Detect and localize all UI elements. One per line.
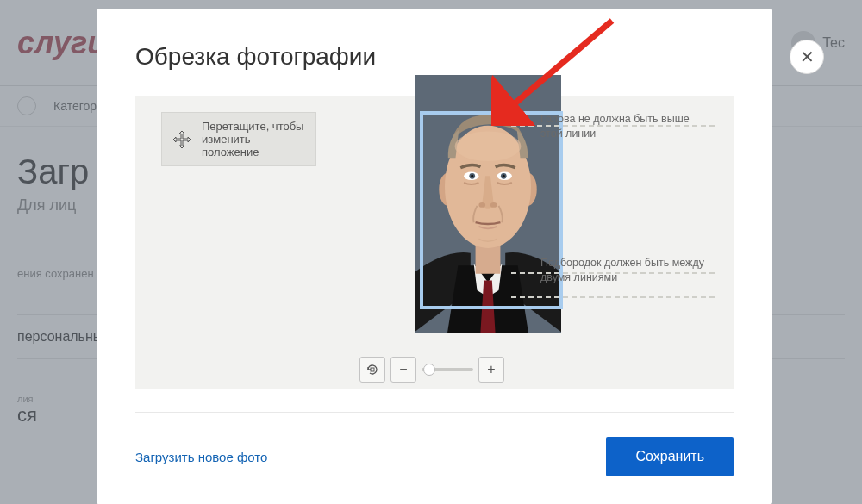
drag-hint-text: Перетащите, чтобы изменить положение	[202, 120, 305, 159]
portrait-photo[interactable]	[415, 75, 561, 333]
zoom-slider[interactable]	[422, 368, 473, 371]
guide-line-top	[511, 125, 715, 127]
close-button[interactable]: ✕	[790, 40, 824, 74]
svg-point-13	[490, 202, 497, 208]
photo-stage[interactable]	[359, 101, 627, 376]
minus-icon: −	[399, 362, 407, 377]
save-button[interactable]: Сохранить	[606, 437, 734, 476]
upload-new-link[interactable]: Загрузить новое фото	[135, 450, 267, 464]
drag-hint-badge: Перетащите, чтобы изменить положение	[161, 112, 316, 166]
svg-point-5	[455, 131, 522, 161]
zoom-controls: − +	[359, 357, 504, 383]
modal-footer: Загрузить новое фото Сохранить	[135, 412, 734, 476]
slider-thumb[interactable]	[423, 364, 435, 376]
plus-icon: +	[487, 362, 495, 377]
modal-overlay[interactable]: ✕ Обрезка фотографии Перетащите, чтобы и…	[0, 0, 862, 504]
close-icon: ✕	[800, 47, 815, 67]
modal-title: Обрезка фотографии	[135, 43, 734, 71]
guide-line-chin-upper	[511, 272, 715, 274]
guide-line-chin-lower	[511, 296, 715, 298]
svg-point-12	[478, 202, 485, 208]
svg-rect-14	[371, 368, 374, 371]
zoom-out-button[interactable]: −	[390, 357, 416, 383]
rotate-icon	[365, 363, 379, 376]
zoom-in-button[interactable]: +	[478, 357, 504, 383]
move-icon	[172, 130, 191, 149]
svg-point-11	[503, 175, 505, 177]
crop-modal: ✕ Обрезка фотографии Перетащите, чтобы и…	[97, 9, 772, 504]
svg-point-8	[471, 175, 473, 177]
crop-workspace: Перетащите, чтобы изменить положение	[135, 96, 734, 389]
rotate-button[interactable]	[359, 357, 385, 383]
guide-text-bottom: Подбородок должен быть между двумя линия…	[540, 256, 709, 285]
